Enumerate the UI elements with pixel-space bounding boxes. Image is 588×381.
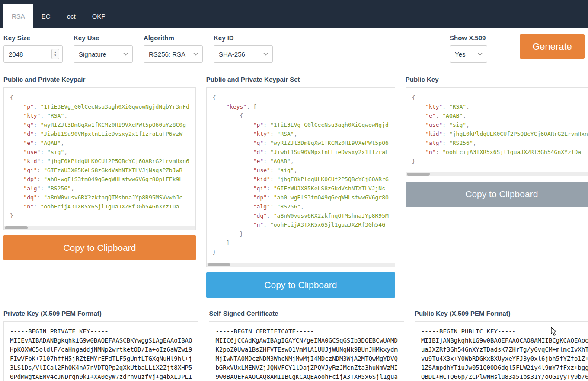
keypair-set-title: Public and Private Keypair Set (206, 76, 395, 83)
show-x509-select[interactable]: Yes (450, 45, 487, 63)
algorithm-value: RS256: RSA (149, 51, 185, 58)
algorithm-group: Algorithm RS256: RSA (144, 34, 203, 63)
key-use-group: Key Use Signature (74, 34, 133, 63)
chevron-down-icon (263, 53, 268, 56)
key-size-value[interactable] (9, 51, 51, 58)
generate-button[interactable]: Generate (520, 34, 585, 59)
copy-keypair-button[interactable]: Copy to Clipboard (3, 235, 196, 260)
certificate-column: Self-Signed Certificate -----BEGIN CERTI… (209, 310, 404, 381)
stepper-up-icon[interactable]: ▲ (54, 51, 57, 54)
tab-okp[interactable]: OKP (84, 4, 114, 28)
keypair-set-column: Public and Private Keypair Set { "keys":… (206, 76, 395, 298)
private-pem-column: Private Key (X.509 PEM Format) -----BEGI… (3, 310, 198, 381)
key-size-input[interactable]: ▲▼ (3, 45, 63, 63)
scrollbar-thumb[interactable] (407, 173, 430, 176)
algorithm-select[interactable]: RS256: RSA (144, 45, 203, 63)
horizontal-scrollbar[interactable] (406, 172, 588, 176)
public-key-title: Public Key (406, 76, 588, 83)
keypair-set-json-content: { "keys": [ { "p": "1TiE3EVg_G0lCecNsu3a… (207, 88, 395, 256)
key-type-tab-bar: RSA EC oct OKP (0, 0, 588, 28)
public-key-json-content: { "kty": "RSA", "e": "AQAB", "use": "sig… (406, 88, 588, 166)
key-use-label: Key Use (74, 34, 133, 42)
certificate-content: -----BEGIN CERTIFICATE----- MIIC6jCCAdKg… (209, 322, 403, 381)
show-x509-group: Show X.509 Yes (450, 34, 487, 63)
keypair-json-block: { "p": "1TiE3EVg_G0lCecNsu3agh0XiGqwowNg… (3, 87, 196, 230)
public-pem-column: Public Key (X.509 PEM Format) -----BEGIN… (415, 310, 588, 381)
show-x509-value: Yes (455, 51, 465, 58)
certificate-title: Self-Signed Certificate (209, 310, 404, 317)
copy-keypair-set-button[interactable]: Copy to Clipboard (206, 272, 395, 298)
algorithm-label: Algorithm (144, 34, 203, 42)
generator-controls: Key Size ▲▼ Key Use Signature Algorithm … (0, 28, 588, 63)
chevron-down-icon (193, 53, 198, 56)
chevron-down-icon (123, 53, 128, 56)
tab-ec[interactable]: EC (33, 4, 59, 28)
public-key-json-block: { "kty": "RSA", "e": "AQAB", "use": "sig… (406, 87, 588, 176)
key-size-group: Key Size ▲▼ (3, 34, 63, 63)
scrollbar-thumb[interactable] (5, 226, 28, 229)
show-x509-label: Show X.509 (450, 34, 487, 42)
key-use-select[interactable]: Signature (74, 45, 133, 63)
public-pem-title: Public Key (X.509 PEM Format) (415, 310, 588, 317)
number-stepper[interactable]: ▲▼ (51, 49, 59, 59)
copy-public-key-button[interactable]: Copy to Clipboard (406, 182, 588, 207)
private-pem-content: -----BEGIN PRIVATE KEY----- MIIEvAIBADAN… (4, 322, 198, 381)
key-id-value: SHA-256 (219, 51, 245, 58)
key-id-select[interactable]: SHA-256 (214, 45, 273, 63)
private-pem-block: -----BEGIN PRIVATE KEY----- MIIEvAIBADAN… (3, 321, 198, 381)
public-key-column: Public Key { "kty": "RSA", "e": "AQAB", … (406, 76, 588, 207)
keypair-json-content: { "p": "1TiE3EVg_G0lCecNsu3agh0XiGqwowNg… (4, 88, 195, 220)
scrollbar-thumb[interactable] (208, 263, 230, 266)
keypair-set-json-block: { "keys": [ { "p": "1TiE3EVg_G0lCecNsu3a… (206, 87, 395, 267)
keypair-column: Public and Private Keypair { "p": "1TiE3… (3, 76, 196, 260)
json-results-row: Public and Private Keypair { "p": "1TiE3… (0, 76, 588, 298)
key-id-label: Key ID (214, 34, 273, 42)
key-use-value: Signature (79, 51, 106, 58)
private-pem-title: Private Key (X.509 PEM Format) (3, 310, 198, 317)
horizontal-scrollbar[interactable] (207, 263, 395, 267)
horizontal-scrollbar[interactable] (4, 226, 195, 230)
pem-results-row: Private Key (X.509 PEM Format) -----BEGI… (0, 310, 588, 381)
public-pem-content: -----BEGIN PUBLIC KEY----- MIIBIjANBgkqh… (415, 322, 588, 381)
key-id-group: Key ID SHA-256 (214, 34, 273, 63)
certificate-block: -----BEGIN CERTIFICATE----- MIIC6jCCAdKg… (209, 321, 404, 381)
stepper-down-icon[interactable]: ▼ (54, 54, 57, 57)
public-pem-block: -----BEGIN PUBLIC KEY----- MIIBIjANBgkqh… (415, 321, 588, 381)
keypair-title: Public and Private Keypair (3, 76, 196, 83)
tab-rsa[interactable]: RSA (3, 4, 33, 28)
key-size-label: Key Size (3, 34, 63, 42)
tab-oct[interactable]: oct (59, 4, 84, 28)
chevron-down-icon (478, 53, 483, 56)
